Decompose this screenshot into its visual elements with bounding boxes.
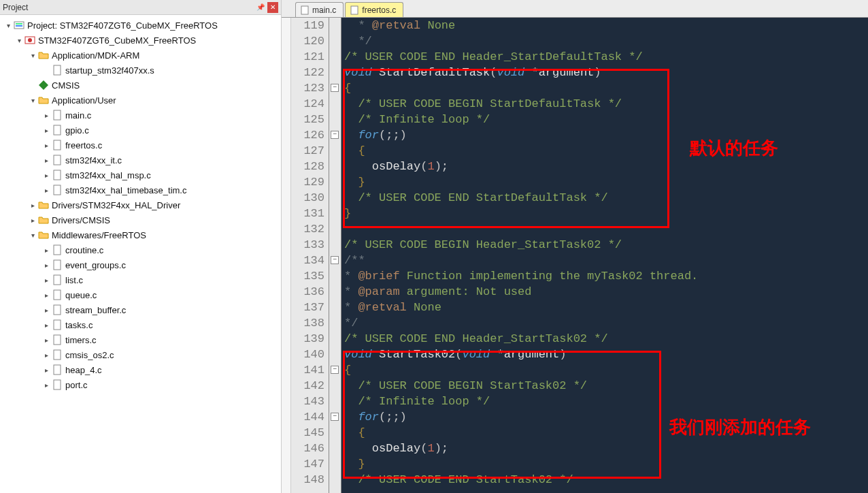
expand-icon[interactable]: ▸ bbox=[42, 306, 50, 314]
code-line[interactable] bbox=[344, 221, 868, 237]
tab-main-c[interactable]: main.c bbox=[295, 2, 344, 17]
file-icon bbox=[52, 289, 63, 300]
line-number: 124 bbox=[291, 96, 324, 112]
tree-file-startup[interactable]: startup_stm32f407xx.s bbox=[0, 63, 281, 78]
expand-icon[interactable]: ▸ bbox=[42, 186, 50, 194]
tree-file-gpio[interactable]: ▸gpio.c bbox=[0, 123, 281, 138]
file-icon bbox=[350, 5, 359, 15]
code-line[interactable]: } bbox=[344, 206, 868, 221]
code-line[interactable]: */ bbox=[344, 315, 868, 331]
code-line[interactable]: /* USER CODE END Header_StartTask02 */ bbox=[344, 331, 868, 347]
expand-icon[interactable]: ▸ bbox=[42, 336, 50, 344]
fold-toggle-icon[interactable]: − bbox=[331, 256, 339, 264]
close-panel-button[interactable]: ✕ bbox=[267, 2, 278, 13]
tree-file-croutine[interactable]: ▸croutine.c bbox=[0, 242, 281, 257]
expand-icon[interactable]: ▸ bbox=[29, 216, 37, 224]
folder-open-icon bbox=[38, 229, 49, 240]
tree-folder-haldriver[interactable]: ▸Drivers/STM32F4xx_HAL_Driver bbox=[0, 197, 281, 212]
tree-file-queue[interactable]: ▸queue.c bbox=[0, 287, 281, 302]
tree-file-timebase[interactable]: ▸stm32f4xx_hal_timebase_tim.c bbox=[0, 182, 281, 197]
file-icon bbox=[52, 349, 63, 360]
code-line[interactable]: osDelay(1); bbox=[344, 441, 868, 456]
svg-rect-13 bbox=[54, 245, 61, 255]
code-line[interactable]: } bbox=[344, 174, 868, 190]
expand-icon[interactable]: ▾ bbox=[4, 21, 12, 29]
tree-label: Drivers/STM32F4xx_HAL_Driver bbox=[52, 200, 180, 210]
code-line[interactable]: } bbox=[344, 456, 868, 472]
code-line[interactable]: * @retval None bbox=[344, 300, 868, 315]
code-line[interactable]: /* USER CODE BEGIN StartTask02 */ bbox=[344, 378, 868, 394]
expand-icon[interactable]: ▸ bbox=[42, 351, 50, 359]
fold-toggle-icon[interactable]: − bbox=[331, 131, 339, 139]
tab-freertos-c[interactable]: freertos.c bbox=[345, 2, 403, 17]
expand-icon[interactable]: ▸ bbox=[42, 171, 50, 179]
code-line[interactable]: { bbox=[344, 80, 868, 96]
expand-icon[interactable]: ▸ bbox=[42, 321, 50, 329]
code-line[interactable]: { bbox=[344, 143, 868, 159]
tree-folder-middlewares[interactable]: ▾Middlewares/FreeRTOS bbox=[0, 227, 281, 242]
code-line[interactable]: void StartTask02(void *argument) bbox=[344, 347, 868, 362]
fold-toggle-icon[interactable]: − bbox=[331, 84, 339, 92]
tree-file-eventgroups[interactable]: ▸event_groups.c bbox=[0, 257, 281, 272]
tree-file-port[interactable]: ▸port.c bbox=[0, 377, 281, 392]
tree-file-timers[interactable]: ▸timers.c bbox=[0, 332, 281, 347]
expand-icon[interactable]: ▸ bbox=[42, 366, 50, 374]
tree-label: Middlewares/FreeRTOS bbox=[52, 230, 146, 240]
expand-icon[interactable]: ▾ bbox=[29, 51, 37, 59]
expand-icon[interactable]: ▸ bbox=[42, 141, 50, 149]
code-line[interactable]: void StartDefaultTask(void *argument) bbox=[344, 65, 868, 80]
tree-file-tasks[interactable]: ▸tasks.c bbox=[0, 317, 281, 332]
tree-file-halmsp[interactable]: ▸stm32f4xx_hal_msp.c bbox=[0, 168, 281, 182]
code-line[interactable]: * @brief Function implementing the myTas… bbox=[344, 268, 868, 284]
code-line[interactable]: /* Infinite loop */ bbox=[344, 394, 868, 409]
expand-icon[interactable]: ▸ bbox=[42, 126, 50, 134]
code-line[interactable]: /* USER CODE END StartTask02 */ bbox=[344, 472, 868, 488]
code-line[interactable]: for(;;) bbox=[344, 127, 868, 143]
code-line[interactable]: /* USER CODE BEGIN Header_StartTask02 */ bbox=[344, 237, 868, 253]
svg-rect-21 bbox=[54, 365, 61, 375]
fold-toggle-icon[interactable]: − bbox=[331, 413, 339, 421]
tree-file-main[interactable]: ▸main.c bbox=[0, 108, 281, 123]
project-tree[interactable]: ▾ Project: STM32F407ZGT6_CubeMX_FreeRTOS… bbox=[0, 15, 281, 395]
line-number: 140 bbox=[291, 347, 324, 362]
code-line[interactable]: /* USER CODE BEGIN StartDefaultTask */ bbox=[344, 96, 868, 112]
tree-file-heap4[interactable]: ▸heap_4.c bbox=[0, 362, 281, 377]
code-line[interactable]: * @param argument: Not used bbox=[344, 284, 868, 300]
tree-file-list[interactable]: ▸list.c bbox=[0, 272, 281, 287]
code-line[interactable]: { bbox=[344, 362, 868, 378]
tree-target[interactable]: ▾ STM32F407ZGT6_CubeMX_FreeRTOS bbox=[0, 33, 281, 48]
code-line[interactable]: /* Infinite loop */ bbox=[344, 112, 868, 127]
tree-file-freertos[interactable]: ▸freertos.c bbox=[0, 138, 281, 153]
expand-icon[interactable]: ▸ bbox=[29, 201, 37, 209]
code-line[interactable]: * @retval None bbox=[344, 18, 868, 33]
tree-file-streambuffer[interactable]: ▸stream_buffer.c bbox=[0, 302, 281, 317]
expand-icon[interactable]: ▸ bbox=[42, 381, 50, 389]
code-line[interactable]: osDelay(1); bbox=[344, 159, 868, 174]
code-line[interactable]: /* USER CODE END StartDefaultTask */ bbox=[344, 190, 868, 206]
tree-root[interactable]: ▾ Project: STM32F407ZGT6_CubeMX_FreeRTOS bbox=[0, 18, 281, 33]
expand-icon[interactable]: ▸ bbox=[42, 111, 50, 119]
code-line[interactable]: /** bbox=[344, 253, 868, 268]
expand-icon[interactable]: ▸ bbox=[42, 246, 50, 254]
code-line[interactable]: /* USER CODE END Header_StartDefaultTask… bbox=[344, 49, 868, 65]
expand-icon[interactable]: ▸ bbox=[42, 261, 50, 269]
tree-folder-mdkarm[interactable]: ▾ Application/MDK-ARM bbox=[0, 48, 281, 63]
line-number: 122 bbox=[291, 65, 324, 80]
fold-toggle-icon[interactable]: − bbox=[331, 366, 339, 374]
code-editor[interactable]: 1191201211221231241251261271281291301311… bbox=[282, 18, 868, 493]
expand-icon[interactable]: ▸ bbox=[42, 276, 50, 284]
tree-cmsis[interactable]: CMSIS bbox=[0, 78, 281, 93]
expand-icon[interactable]: ▾ bbox=[29, 231, 37, 239]
expand-icon[interactable]: ▾ bbox=[15, 36, 23, 44]
tree-label: list.c bbox=[65, 275, 83, 285]
tree-file-cmsisos2[interactable]: ▸cmsis_os2.c bbox=[0, 347, 281, 362]
tree-folder-driverscmsis[interactable]: ▸Drivers/CMSIS bbox=[0, 212, 281, 227]
expand-icon[interactable]: ▸ bbox=[42, 156, 50, 164]
tree-label: stm32f4xx_hal_timebase_tim.c bbox=[65, 185, 186, 195]
code-line[interactable]: */ bbox=[344, 33, 868, 49]
tree-folder-user[interactable]: ▾ Application/User bbox=[0, 93, 281, 108]
tree-file-it[interactable]: ▸stm32f4xx_it.c bbox=[0, 153, 281, 168]
pin-icon[interactable]: 📌 bbox=[255, 2, 266, 13]
expand-icon[interactable]: ▾ bbox=[29, 96, 37, 104]
expand-icon[interactable]: ▸ bbox=[42, 291, 50, 299]
